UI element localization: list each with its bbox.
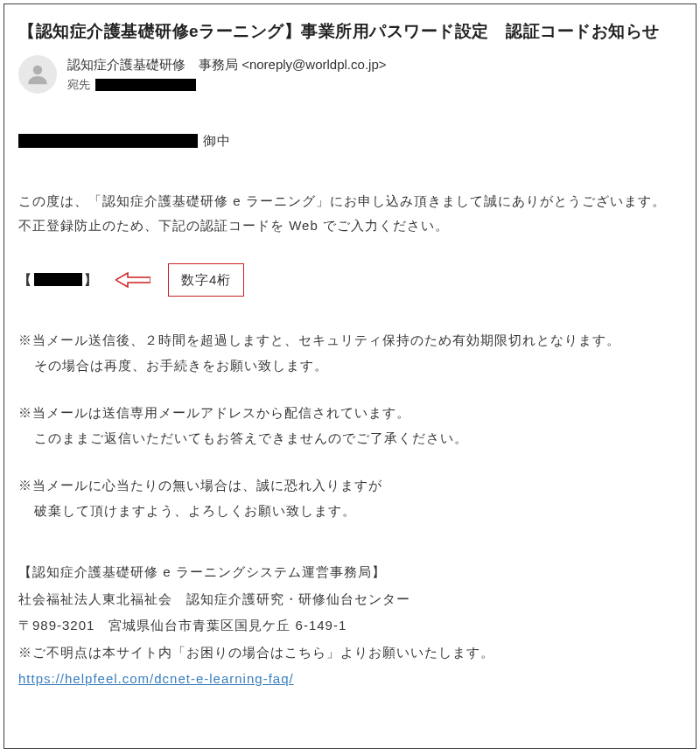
redacted-company-name [18, 134, 198, 148]
arrow-left-icon [116, 272, 150, 288]
svg-point-0 [33, 66, 43, 75]
person-icon [24, 61, 51, 87]
email-container: 【認知症介護基礎研修eラーニング】事業所用パスワード設定 認証コードお知らせ 認… [4, 3, 696, 749]
intro-line-2: 不正登録防止のため、下記の認証コードを Web でご入力ください。 [18, 213, 682, 239]
footer-faq-note: ※ご不明点は本サイト内「お困りの場合はこちら」よりお願いいたします。 [18, 640, 682, 666]
footer-office-title: 【認知症介護基礎研修 e ラーニングシステム運営事務局】 [18, 560, 682, 585]
note3-line1: ※当メールに心当たりの無い場合は、誠に恐れ入りますが [18, 473, 682, 499]
email-subject: 【認知症介護基礎研修eラーニング】事業所用パスワード設定 認証コードお知らせ [18, 20, 682, 43]
email-body: 御中 この度は、「認知症介護基礎研修 e ラーニング」にお申し込み頂きまして誠に… [18, 129, 682, 692]
footer-link[interactable]: https://helpfeel.com/dcnet-e-learning-fa… [18, 671, 294, 686]
note-block-2: ※当メールは送信専用メールアドレスから配信されています。 このままご返信いただい… [18, 401, 682, 451]
bracket-close: 】 [84, 268, 98, 293]
note2-line1: ※当メールは送信専用メールアドレスから配信されています。 [18, 401, 682, 426]
redacted-recipient [95, 79, 196, 91]
footer-org: 社会福祉法人東北福祉会 認知症介護研究・研修仙台センター [18, 587, 682, 612]
intro-line-1: この度は、「認知症介護基礎研修 e ラーニング」にお申し込み頂きまして誠にありが… [18, 189, 682, 214]
note-block-3: ※当メールに心当たりの無い場合は、誠に恐れ入りますが 破棄して頂けますよう、よろ… [18, 473, 682, 523]
avatar [18, 55, 57, 94]
to-label: 宛先 [67, 77, 90, 93]
note3-line2: 破棄して頂けますよう、よろしくお願い致します。 [18, 499, 682, 524]
code-section: 【 】 数字4桁 [18, 263, 682, 297]
note1-line2: その場合は再度、お手続きをお願い致します。 [18, 353, 682, 379]
sender-name-address: 認知症介護基礎研修 事務局 <noreply@worldpl.co.jp> [67, 57, 386, 73]
greeting-suffix: 御中 [203, 129, 231, 154]
note2-line2: このままご返信いただいてもお答えできませんのでご了承ください。 [18, 426, 682, 451]
email-header: 認知症介護基礎研修 事務局 <noreply@worldpl.co.jp> 宛先 [18, 55, 682, 94]
bracket-open: 【 [18, 268, 32, 293]
footer-address: 〒989-3201 宮城県仙台市青葉区国見ケ丘 6-149-1 [18, 613, 682, 639]
footer-block: 【認知症介護基礎研修 e ラーニングシステム運営事務局】 社会福祉法人東北福祉会… [18, 560, 682, 692]
redacted-auth-code [34, 273, 82, 286]
recipient-line: 宛先 [67, 77, 386, 93]
note-block-1: ※当メール送信後、２時間を超過しますと、セキュリティ保持のため有効期限切れとなり… [18, 328, 682, 378]
sender-info: 認知症介護基礎研修 事務局 <noreply@worldpl.co.jp> 宛先 [67, 55, 386, 93]
auth-code-bracket: 【 】 [18, 268, 98, 293]
note1-line1: ※当メール送信後、２時間を超過しますと、セキュリティ保持のため有効期限切れとなり… [18, 328, 682, 353]
callout-box: 数字4桁 [168, 263, 244, 297]
greeting-line: 御中 [18, 129, 682, 154]
intro-paragraph: この度は、「認知症介護基礎研修 e ラーニング」にお申し込み頂きまして誠にありが… [18, 189, 682, 239]
